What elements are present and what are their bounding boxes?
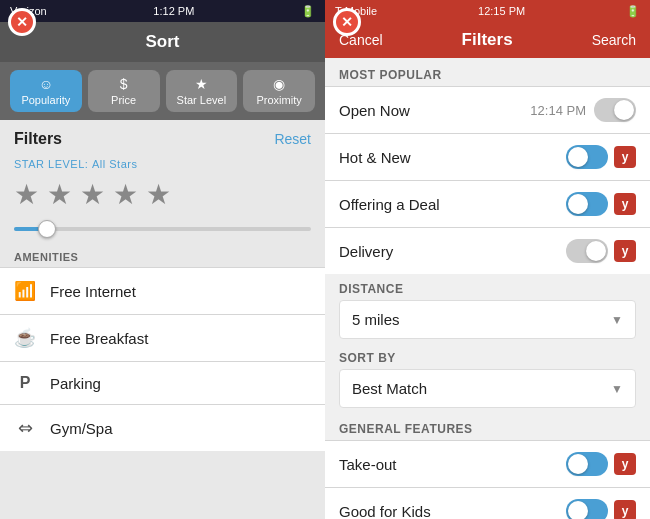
- sort-tab-price-label: Price: [111, 94, 136, 106]
- takeout-toggle[interactable]: ON: [566, 452, 608, 476]
- right-battery: 🔋: [626, 5, 640, 18]
- star-2[interactable]: ★: [47, 178, 72, 211]
- left-battery: 🔋: [301, 5, 315, 18]
- sort-tab-popularity[interactable]: ☺ Popularity: [10, 70, 82, 112]
- gym-icon: ⇔: [14, 417, 36, 439]
- takeout-label: Take-out: [339, 456, 566, 473]
- yelp-badge-hot-new: y: [614, 146, 636, 168]
- filters-header: Filters Reset: [0, 120, 325, 154]
- filter-row-open-now: Open Now 12:14 PM OFF: [325, 86, 650, 133]
- delivery-label: Delivery: [339, 243, 566, 260]
- right-panel: ✕ T-Mobile 12:15 PM 🔋 Cancel Filters Sea…: [325, 0, 650, 519]
- proximity-icon: ◉: [273, 76, 285, 92]
- star-5[interactable]: ★: [146, 178, 171, 211]
- hot-new-toggle[interactable]: ON: [566, 145, 608, 169]
- yelp-badge-delivery: y: [614, 240, 636, 262]
- yelp-badge-good-for-kids: y: [614, 500, 636, 519]
- hot-new-label: Hot & New: [339, 149, 566, 166]
- popularity-icon: ☺: [39, 76, 53, 92]
- filters-header-title: Filters: [462, 30, 513, 50]
- star-level-label: STAR LEVEL: All Stars: [0, 154, 325, 174]
- sortby-section: Sort by Best Match ▼: [325, 343, 650, 412]
- delivery-toggle[interactable]: OFF: [566, 239, 608, 263]
- search-button[interactable]: Search: [592, 32, 636, 48]
- filter-row-offering-deal: Offering a Deal ON y: [325, 180, 650, 227]
- right-close-button[interactable]: ✕: [333, 8, 361, 36]
- star-slider-container: [0, 219, 325, 243]
- distance-chevron-icon: ▼: [611, 313, 623, 327]
- amenity-gym-spa[interactable]: ⇔ Gym/Spa: [0, 404, 325, 451]
- yelp-badge-offering-deal: y: [614, 193, 636, 215]
- left-panel: ✕ Verizon 1:12 PM 🔋 Sort ☺ Popularity $ …: [0, 0, 325, 519]
- amenity-free-internet[interactable]: 📶 Free Internet: [0, 267, 325, 314]
- sort-title: Sort: [146, 32, 180, 51]
- sort-tab-popularity-label: Popularity: [21, 94, 70, 106]
- left-header: Sort: [0, 22, 325, 62]
- yelp-badge-takeout: y: [614, 453, 636, 475]
- amenity-parking[interactable]: P Parking: [0, 361, 325, 404]
- filters-title: Filters: [14, 130, 62, 148]
- sort-tab-star-level[interactable]: ★ Star Level: [166, 70, 238, 112]
- left-status-bar: Verizon 1:12 PM 🔋: [0, 0, 325, 22]
- right-status-bar: T-Mobile 12:15 PM 🔋: [325, 0, 650, 22]
- sort-tabs: ☺ Popularity $ Price ★ Star Level ◉ Prox…: [0, 62, 325, 120]
- sort-tab-proximity[interactable]: ◉ Proximity: [243, 70, 315, 112]
- star-1[interactable]: ★: [14, 178, 39, 211]
- amenity-free-breakfast-label: Free Breakfast: [50, 330, 148, 347]
- sortby-value: Best Match: [352, 380, 427, 397]
- filter-row-hot-new: Hot & New ON y: [325, 133, 650, 180]
- star-3[interactable]: ★: [80, 178, 105, 211]
- filter-row-takeout: Take-out ON y: [325, 440, 650, 487]
- distance-value: 5 miles: [352, 311, 400, 328]
- stars-row: ★ ★ ★ ★ ★: [0, 174, 325, 219]
- parking-icon: P: [14, 374, 36, 392]
- good-for-kids-toggle[interactable]: ON: [566, 499, 608, 519]
- amenity-free-breakfast[interactable]: ☕ Free Breakfast: [0, 314, 325, 361]
- price-icon: $: [120, 76, 128, 92]
- right-time: 12:15 PM: [478, 5, 525, 17]
- amenities-label: AMENITIES: [0, 243, 325, 267]
- amenity-free-internet-label: Free Internet: [50, 283, 136, 300]
- star-4[interactable]: ★: [113, 178, 138, 211]
- filters-section: Filters Reset STAR LEVEL: All Stars ★ ★ …: [0, 120, 325, 519]
- star-level-icon: ★: [195, 76, 208, 92]
- star-slider-track: [14, 227, 311, 231]
- left-time: 1:12 PM: [153, 5, 194, 17]
- filter-row-good-for-kids: Good for Kids ON y: [325, 487, 650, 519]
- right-content: Most Popular Open Now 12:14 PM OFF Hot &…: [325, 58, 650, 519]
- sortby-label: Sort by: [339, 351, 636, 365]
- amenity-parking-label: Parking: [50, 375, 101, 392]
- sort-tab-star-label: Star Level: [177, 94, 227, 106]
- coffee-icon: ☕: [14, 327, 36, 349]
- distance-label: Distance: [339, 282, 636, 296]
- sortby-chevron-icon: ▼: [611, 382, 623, 396]
- wifi-icon: 📶: [14, 280, 36, 302]
- open-now-time: 12:14 PM: [530, 103, 586, 118]
- right-header: Cancel Filters Search: [325, 22, 650, 58]
- slider-thumb[interactable]: [38, 220, 56, 238]
- distance-dropdown[interactable]: 5 miles ▼: [339, 300, 636, 339]
- offering-deal-label: Offering a Deal: [339, 196, 566, 213]
- star-level-value: All Stars: [92, 158, 137, 170]
- sortby-dropdown[interactable]: Best Match ▼: [339, 369, 636, 408]
- open-now-toggle[interactable]: OFF: [594, 98, 636, 122]
- filters-reset-button[interactable]: Reset: [274, 131, 311, 147]
- left-close-button[interactable]: ✕: [8, 8, 36, 36]
- sort-tab-price[interactable]: $ Price: [88, 70, 160, 112]
- amenity-gym-label: Gym/Spa: [50, 420, 113, 437]
- sort-tab-proximity-label: Proximity: [257, 94, 302, 106]
- distance-section: Distance 5 miles ▼: [325, 274, 650, 343]
- open-now-label: Open Now: [339, 102, 530, 119]
- general-features-label: General Features: [325, 412, 650, 440]
- filter-row-delivery: Delivery OFF y: [325, 227, 650, 274]
- good-for-kids-label: Good for Kids: [339, 503, 566, 520]
- most-popular-label: Most Popular: [325, 58, 650, 86]
- offering-deal-toggle[interactable]: ON: [566, 192, 608, 216]
